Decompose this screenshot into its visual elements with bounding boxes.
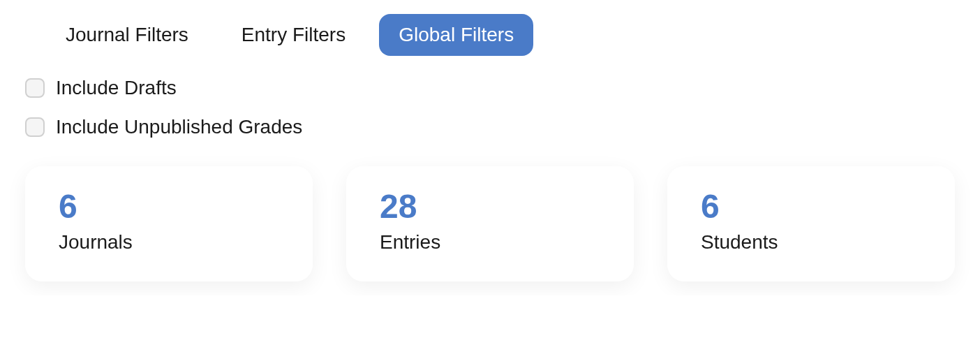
journals-count: 6 [59,189,279,226]
stat-card-entries: 28 Entries [346,166,634,281]
include-unpublished-row: Include Unpublished Grades [25,116,955,138]
entries-count: 28 [380,189,600,226]
stats-row: 6 Journals 28 Entries 6 Students [25,166,955,281]
include-drafts-checkbox[interactable] [25,78,45,98]
stat-card-students: 6 Students [667,166,955,281]
include-drafts-label[interactable]: Include Drafts [56,77,177,99]
include-drafts-row: Include Drafts [25,77,955,99]
students-count: 6 [701,189,921,226]
global-filter-options: Include Drafts Include Unpublished Grade… [25,77,955,138]
stat-card-journals: 6 Journals [25,166,313,281]
tab-global-filters[interactable]: Global Filters [379,14,533,56]
tab-entry-filters[interactable]: Entry Filters [222,14,365,56]
filter-tabs: Journal Filters Entry Filters Global Fil… [25,14,955,56]
entries-label: Entries [380,231,600,254]
include-unpublished-checkbox[interactable] [25,117,45,137]
tab-journal-filters[interactable]: Journal Filters [46,14,208,56]
journals-label: Journals [59,231,279,254]
include-unpublished-label[interactable]: Include Unpublished Grades [56,116,302,138]
students-label: Students [701,231,921,254]
